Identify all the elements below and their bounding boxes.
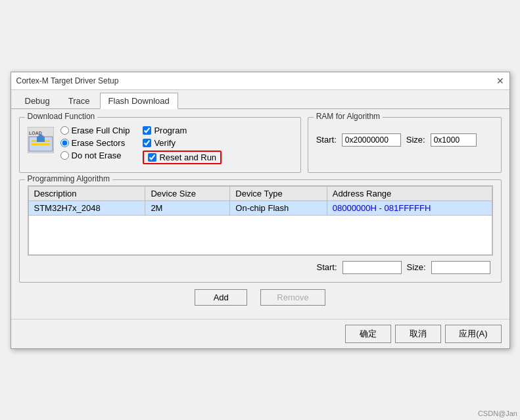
title-bar: Cortex-M Target Driver Setup ✕ <box>11 72 509 90</box>
main-window: Cortex-M Target Driver Setup ✕ Debug Tra… <box>11 72 510 349</box>
col-device-size: Device Size <box>145 186 230 200</box>
ram-legend: RAM for Algorithm <box>314 112 383 121</box>
top-row: Download Function LOAD <box>19 117 502 179</box>
checkbox-program-input[interactable] <box>143 126 151 135</box>
main-content: Download Function LOAD <box>11 109 509 319</box>
ram-row: Start: Size: <box>316 133 493 147</box>
radio-erase-sectors-input[interactable] <box>60 139 69 147</box>
row-device-size: 2M <box>145 200 230 215</box>
download-function-inner: LOAD Erase Full Chip <box>28 126 293 164</box>
action-buttons: Add Remove <box>19 289 502 306</box>
col-address-range: Address Range <box>327 186 492 200</box>
ram-group: RAM for Algorithm Start: Size: <box>308 117 502 173</box>
programming-algorithm-group: Programming Algorithm Description Device… <box>19 179 502 283</box>
ram-size-label: Size: <box>406 135 425 145</box>
row-address-range: 08000000H - 081FFFFFH <box>327 200 492 215</box>
checkbox-program-label: Program <box>154 126 187 135</box>
cancel-button[interactable]: 取消 <box>395 325 441 343</box>
table-header-row: Description Device Size Device Type Addr… <box>28 186 492 200</box>
load-icon: LOAD <box>28 127 54 153</box>
prog-size-label: Size: <box>407 262 426 272</box>
col-description: Description <box>28 186 145 200</box>
col-device-type: Device Type <box>230 186 327 200</box>
checkbox-program[interactable]: Program <box>143 126 222 135</box>
table-bottom-row: Start: Size: <box>28 261 493 274</box>
ram-start-label: Start: <box>316 135 337 145</box>
radio-column: Erase Full Chip Erase Sectors Do not Era… <box>60 126 130 160</box>
tab-bar: Debug Trace Flash Download <box>11 90 509 109</box>
checkbox-verify-input[interactable] <box>143 139 151 147</box>
ram-size-input[interactable] <box>431 133 477 147</box>
close-button[interactable]: ✕ <box>496 76 504 85</box>
reset-run-box: Reset and Run <box>143 151 222 164</box>
remove-button[interactable]: Remove <box>260 289 325 306</box>
window-title: Cortex-M Target Driver Setup <box>16 76 119 85</box>
checkbox-reset-run[interactable]: Reset and Run <box>143 151 222 164</box>
tab-flash-download[interactable]: Flash Download <box>100 93 178 109</box>
algorithm-table: Description Device Size Device Type Addr… <box>28 186 492 255</box>
download-function-group: Download Function LOAD <box>19 117 301 173</box>
ram-start-input[interactable] <box>342 133 401 147</box>
radio-erase-full-chip-input[interactable] <box>60 126 69 135</box>
checkbox-verify-label: Verify <box>154 138 176 148</box>
prog-start-label: Start: <box>317 262 337 272</box>
radio-erase-full-chip-label: Erase Full Chip <box>72 126 130 135</box>
radio-erase-full-chip[interactable]: Erase Full Chip <box>60 126 130 135</box>
ok-button[interactable]: 确定 <box>345 325 391 343</box>
radio-erase-sectors[interactable]: Erase Sectors <box>60 138 130 148</box>
apply-button[interactable]: 应用(A) <box>445 325 501 343</box>
footer: 确定 取消 应用(A) <box>11 319 509 348</box>
tab-trace[interactable]: Trace <box>60 93 99 108</box>
checkbox-reset-run-input[interactable] <box>148 153 156 162</box>
reset-run-label: Reset and Run <box>159 152 216 162</box>
svg-rect-5 <box>37 137 45 142</box>
radio-do-not-erase[interactable]: Do not Erase <box>60 151 130 160</box>
radio-erase-sectors-label: Erase Sectors <box>72 138 126 148</box>
row-device-type: On-chip Flash <box>230 200 327 215</box>
checkbox-column: Program Verify Reset and Run <box>143 126 222 164</box>
prog-size-input[interactable] <box>431 261 490 274</box>
algorithm-table-area: Description Device Size Device Type Addr… <box>28 185 493 256</box>
table-header: Description Device Size Device Type Addr… <box>28 186 492 200</box>
tab-debug[interactable]: Debug <box>16 93 59 108</box>
watermark: CSDN@Jan <box>478 409 517 417</box>
prog-start-input[interactable] <box>343 261 402 274</box>
radio-do-not-erase-input[interactable] <box>60 151 69 160</box>
radio-do-not-erase-label: Do not Erase <box>72 151 122 160</box>
row-description: STM32H7x_2048 <box>28 200 145 215</box>
programming-algorithm-legend: Programming Algorithm <box>25 174 112 183</box>
table-row[interactable]: STM32H7x_2048 2M On-chip Flash 08000000H… <box>28 200 492 215</box>
svg-rect-4 <box>32 143 50 145</box>
add-button[interactable]: Add <box>195 289 247 306</box>
checkbox-verify[interactable]: Verify <box>143 138 222 148</box>
download-function-legend: Download Function <box>25 112 98 121</box>
table-body: STM32H7x_2048 2M On-chip Flash 08000000H… <box>28 200 492 254</box>
